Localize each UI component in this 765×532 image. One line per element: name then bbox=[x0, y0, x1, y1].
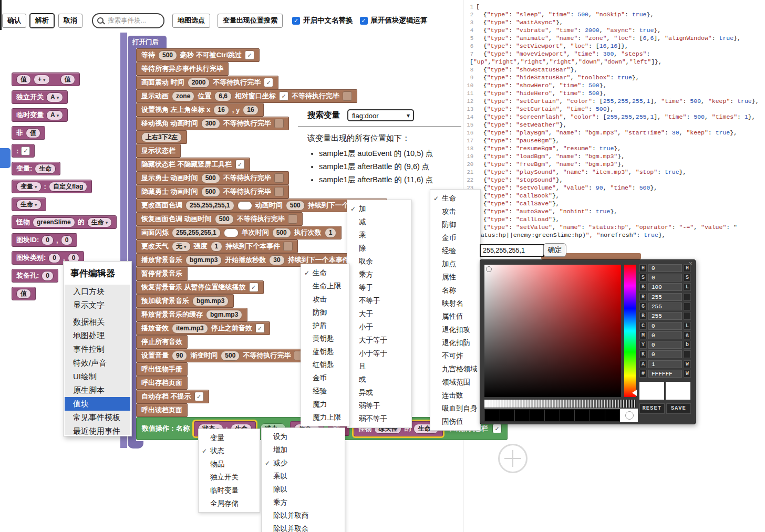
event-block[interactable]: 隐藏状态栏 不隐藏竖屏工具栏✓ bbox=[136, 158, 250, 171]
menu-item[interactable]: 小于等于 bbox=[347, 347, 411, 360]
menu-item[interactable]: 乘 bbox=[347, 228, 411, 242]
toolbox-category[interactable]: 数据相关 bbox=[65, 315, 130, 329]
block-segment[interactable]: 不等待执行完毕 bbox=[223, 119, 271, 128]
palette-cell[interactable] bbox=[575, 410, 590, 421]
event-block[interactable]: 呼出怪物手册 bbox=[136, 362, 188, 376]
block-segment[interactable]: 呼出存档页面 bbox=[141, 378, 182, 388]
block-segment[interactable]: 生命 bbox=[87, 217, 112, 227]
block-segment[interactable]: bgm.mp3 bbox=[185, 255, 222, 265]
block-segment[interactable]: 不等待执行完毕 bbox=[213, 78, 261, 87]
block-segment[interactable]: 独立开关 bbox=[16, 92, 44, 102]
confirm-button[interactable]: 确认 bbox=[2, 14, 26, 28]
toolbox-category[interactable]: 特效/声音 bbox=[65, 356, 130, 370]
block-segment[interactable]: 255,255,255,1 bbox=[172, 228, 221, 238]
event-block[interactable]: 上右3下2左 bbox=[136, 130, 187, 144]
value-block[interactable]: 变量:自定义flag bbox=[12, 180, 92, 193]
event-block[interactable]: 更改天气无强度1持续到下个本事件 bbox=[136, 239, 298, 253]
block-segment[interactable]: , y bbox=[232, 106, 240, 114]
event-block[interactable]: 画面震动 时间2000不等待执行完毕✓ bbox=[136, 76, 278, 89]
field-mode-toggle[interactable]: S bbox=[684, 274, 691, 281]
variable-location-item[interactable]: sample1层 afterBattle 的 (9,6) 点 bbox=[319, 162, 461, 172]
field-value-input[interactable]: FFFFFF bbox=[648, 370, 682, 378]
block-segment[interactable]: 16 bbox=[213, 105, 229, 115]
field-mode-toggle[interactable] bbox=[684, 293, 691, 301]
block-search-box[interactable] bbox=[92, 13, 164, 28]
palette-cell[interactable] bbox=[560, 410, 575, 421]
palette-cell[interactable] bbox=[545, 410, 560, 421]
color-value-input[interactable] bbox=[480, 244, 544, 257]
block-segment[interactable]: 单次时间 bbox=[242, 228, 269, 237]
menu-item[interactable]: 经验 bbox=[301, 384, 349, 398]
color-ok-button[interactable]: 确定 bbox=[543, 243, 566, 257]
field-value-input[interactable]: 255 bbox=[648, 302, 682, 310]
menu-item[interactable]: 物品 bbox=[199, 457, 260, 471]
block-segment[interactable]: 0 bbox=[61, 235, 73, 245]
event-block[interactable]: 设置音量90渐变时间500不等待执行完毕 bbox=[136, 349, 308, 362]
block-segment[interactable]: 预加载背景音乐 bbox=[141, 296, 189, 306]
block-segment[interactable]: 显示勇士 动画时间 bbox=[141, 173, 198, 183]
block-segment[interactable]: 隐藏勇士 动画时间 bbox=[141, 187, 198, 196]
event-block[interactable]: 恢复画面色调 动画时间500不等待执行完毕 bbox=[136, 212, 303, 226]
menu-item[interactable]: 生命上限 bbox=[301, 279, 349, 293]
block-segment[interactable]: ✓ bbox=[235, 160, 245, 169]
block-segment[interactable]: 设置音量 bbox=[141, 351, 169, 360]
value-block[interactable]: 值+值 bbox=[12, 72, 80, 86]
menu-item[interactable]: 等于 bbox=[347, 281, 411, 294]
palette-radio-icon[interactable] bbox=[625, 411, 634, 420]
block-segment[interactable]: 500 bbox=[272, 228, 291, 238]
menu-item[interactable]: 大于等于 bbox=[347, 333, 411, 347]
block-segment[interactable]: ✓ bbox=[21, 147, 30, 155]
event-block[interactable]: 设置视角 左上角坐标 x16, y16 bbox=[136, 103, 264, 117]
block-segment[interactable]: 隐藏状态栏 不隐藏竖屏工具栏 bbox=[141, 160, 232, 169]
menu-item[interactable]: 除以 bbox=[262, 483, 345, 496]
menu-item[interactable]: 连击数 bbox=[430, 389, 480, 402]
block-segment[interactable]: 16 bbox=[243, 105, 258, 115]
menu-item[interactable]: ✓ 减少 bbox=[262, 456, 345, 470]
block-segment[interactable]: 自定义flag bbox=[49, 182, 87, 192]
block-segment[interactable]: + bbox=[34, 75, 50, 85]
block-segment[interactable]: item.mp3 bbox=[172, 324, 208, 333]
menu-item[interactable]: 弱不等于 bbox=[347, 412, 411, 425]
hue-marker-icon[interactable] bbox=[632, 390, 637, 396]
menu-item[interactable]: 减 bbox=[347, 215, 411, 228]
toolbox-category[interactable]: 值块 bbox=[65, 397, 130, 411]
block-segment[interactable] bbox=[224, 228, 239, 237]
block-segment[interactable]: 0 bbox=[48, 253, 60, 263]
block-segment[interactable]: 释放背景音乐的缓存 bbox=[141, 310, 203, 319]
block-segment[interactable]: 恢复背景音乐 从暂停位置继续播放 bbox=[141, 283, 246, 292]
value-block[interactable]: 值 bbox=[12, 287, 36, 300]
toolbox-category[interactable]: 原生脚本 bbox=[65, 383, 130, 397]
block-segment[interactable]: 画面震动 时间 bbox=[141, 78, 184, 87]
menu-item[interactable]: 乘方 bbox=[347, 268, 411, 281]
event-block[interactable]: 等待所有异步事件执行完毕 bbox=[136, 62, 229, 76]
menu-item[interactable]: ✓ 生命 bbox=[301, 266, 349, 279]
menu-item[interactable]: ✓ 生命 bbox=[430, 192, 480, 205]
map-pick-button[interactable]: 地图选点 bbox=[172, 14, 210, 28]
block-segment[interactable]: 值 bbox=[26, 128, 40, 138]
block-segment[interactable]: 无 bbox=[172, 242, 191, 252]
field-mode-toggle[interactable]: W bbox=[684, 360, 691, 368]
block-segment[interactable]: 的 bbox=[78, 217, 85, 227]
event-block[interactable]: 预加载背景音乐bgm.mp3 bbox=[136, 294, 234, 308]
hue-slider[interactable] bbox=[624, 265, 636, 397]
block-segment[interactable]: 位置 bbox=[198, 91, 211, 101]
event-block[interactable]: 等待500毫秒 不可被Ctrl跳过✓ bbox=[136, 48, 260, 62]
block-segment[interactable]: zone bbox=[172, 91, 194, 101]
field-value-input[interactable]: 0 bbox=[648, 350, 682, 358]
block-segment[interactable]: 显示状态栏 bbox=[141, 146, 175, 155]
block-segment[interactable]: bgm.mp3 bbox=[206, 310, 242, 320]
menu-item[interactable]: 增加 bbox=[262, 443, 345, 456]
block-segment[interactable]: 图块类别: bbox=[16, 253, 46, 263]
value-block[interactable]: 独立开关A bbox=[12, 90, 68, 104]
menu-item[interactable]: 防御 bbox=[430, 218, 480, 231]
event-block[interactable]: 显示状态栏 bbox=[136, 144, 181, 158]
value-block[interactable]: 生命 bbox=[12, 197, 46, 211]
block-segment[interactable]: 生命 bbox=[35, 164, 56, 174]
block-segment[interactable]: 非 bbox=[16, 128, 23, 138]
field-mode-toggle[interactable]: L bbox=[684, 322, 691, 330]
menu-item[interactable]: ✓ 加 bbox=[347, 202, 411, 215]
menu-item[interactable]: 金币 bbox=[301, 371, 349, 384]
toolbox-category[interactable]: 地图处理 bbox=[65, 329, 130, 342]
block-segment[interactable]: 值 bbox=[16, 289, 31, 299]
block-segment[interactable]: 自动存档 不提示 bbox=[141, 392, 191, 401]
